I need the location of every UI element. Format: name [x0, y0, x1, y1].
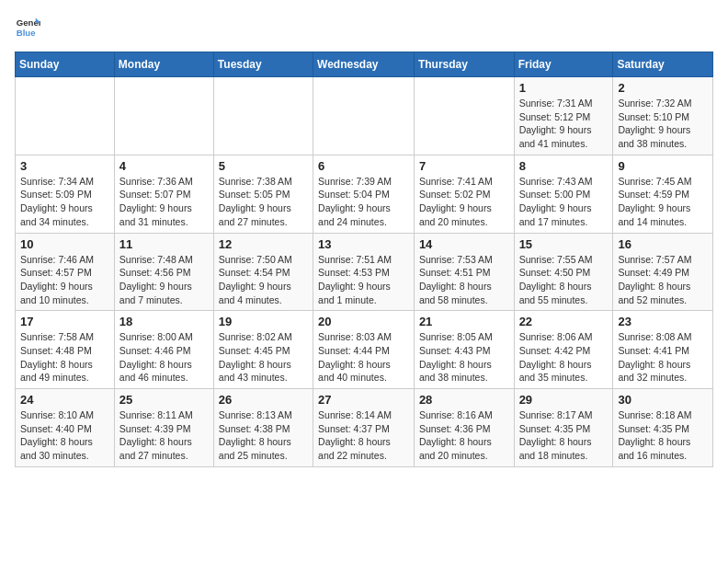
- calendar-cell: 16Sunrise: 7:57 AM Sunset: 4:49 PM Dayli…: [613, 233, 713, 311]
- calendar-cell: [114, 77, 213, 155]
- day-info: Sunrise: 8:11 AM Sunset: 4:39 PM Dayligh…: [119, 408, 209, 463]
- day-number: 17: [20, 315, 109, 328]
- day-info: Sunrise: 8:10 AM Sunset: 4:40 PM Dayligh…: [20, 408, 109, 463]
- day-info: Sunrise: 7:32 AM Sunset: 5:10 PM Dayligh…: [618, 97, 708, 151]
- day-number: 28: [419, 393, 509, 407]
- day-header-monday: Monday: [114, 52, 213, 77]
- day-info: Sunrise: 8:18 AM Sunset: 4:35 PM Dayligh…: [618, 408, 708, 463]
- calendar-cell: 22Sunrise: 8:06 AM Sunset: 4:42 PM Dayli…: [514, 311, 613, 389]
- day-header-sunday: Sunday: [16, 52, 115, 77]
- day-info: Sunrise: 7:51 AM Sunset: 4:53 PM Dayligh…: [318, 253, 409, 307]
- day-number: 27: [318, 393, 409, 407]
- day-info: Sunrise: 7:57 AM Sunset: 4:49 PM Dayligh…: [618, 253, 708, 307]
- day-number: 4: [119, 159, 209, 173]
- day-number: 2: [618, 81, 708, 95]
- calendar-cell: 11Sunrise: 7:48 AM Sunset: 4:56 PM Dayli…: [114, 233, 213, 311]
- calendar-cell: [213, 77, 313, 155]
- day-info: Sunrise: 8:06 AM Sunset: 4:42 PM Dayligh…: [519, 330, 609, 385]
- calendar-cell: 14Sunrise: 7:53 AM Sunset: 4:51 PM Dayli…: [414, 233, 514, 311]
- day-info: Sunrise: 8:16 AM Sunset: 4:36 PM Dayligh…: [419, 408, 509, 463]
- calendar-cell: 25Sunrise: 8:11 AM Sunset: 4:39 PM Dayli…: [114, 389, 213, 467]
- page-header: General Blue: [15, 15, 713, 40]
- day-number: 29: [519, 393, 609, 407]
- calendar-header-row: SundayMondayTuesdayWednesdayThursdayFrid…: [16, 52, 713, 77]
- day-header-wednesday: Wednesday: [313, 52, 415, 77]
- calendar-cell: 23Sunrise: 8:08 AM Sunset: 4:41 PM Dayli…: [613, 311, 713, 389]
- calendar-cell: [16, 77, 115, 155]
- day-info: Sunrise: 7:39 AM Sunset: 5:04 PM Dayligh…: [318, 175, 409, 229]
- day-number: 16: [618, 237, 708, 251]
- calendar-cell: 6Sunrise: 7:39 AM Sunset: 5:04 PM Daylig…: [313, 155, 415, 233]
- calendar-cell: 29Sunrise: 8:17 AM Sunset: 4:35 PM Dayli…: [514, 389, 613, 467]
- day-info: Sunrise: 7:36 AM Sunset: 5:07 PM Dayligh…: [119, 175, 209, 229]
- day-number: 20: [318, 315, 409, 328]
- day-number: 21: [419, 315, 509, 328]
- day-number: 13: [318, 237, 409, 251]
- day-number: 7: [419, 159, 509, 173]
- day-number: 11: [119, 237, 209, 251]
- day-info: Sunrise: 7:41 AM Sunset: 5:02 PM Dayligh…: [419, 175, 509, 229]
- day-number: 25: [119, 393, 209, 407]
- day-number: 8: [519, 159, 609, 173]
- day-info: Sunrise: 7:43 AM Sunset: 5:00 PM Dayligh…: [519, 175, 609, 229]
- calendar-cell: 4Sunrise: 7:36 AM Sunset: 5:07 PM Daylig…: [114, 155, 213, 233]
- day-info: Sunrise: 7:45 AM Sunset: 4:59 PM Dayligh…: [618, 175, 708, 229]
- day-info: Sunrise: 8:02 AM Sunset: 4:45 PM Dayligh…: [219, 330, 308, 385]
- day-info: Sunrise: 7:58 AM Sunset: 4:48 PM Dayligh…: [20, 330, 109, 385]
- calendar-cell: 15Sunrise: 7:55 AM Sunset: 4:50 PM Dayli…: [514, 233, 613, 311]
- day-number: 19: [219, 315, 308, 328]
- day-number: 26: [219, 393, 308, 407]
- calendar-cell: 13Sunrise: 7:51 AM Sunset: 4:53 PM Dayli…: [313, 233, 415, 311]
- day-number: 23: [618, 315, 708, 328]
- calendar-cell: 2Sunrise: 7:32 AM Sunset: 5:10 PM Daylig…: [613, 77, 713, 155]
- calendar-cell: 19Sunrise: 8:02 AM Sunset: 4:45 PM Dayli…: [213, 311, 313, 389]
- day-number: 12: [219, 237, 308, 251]
- calendar-cell: 30Sunrise: 8:18 AM Sunset: 4:35 PM Dayli…: [613, 389, 713, 467]
- day-info: Sunrise: 8:05 AM Sunset: 4:43 PM Dayligh…: [419, 330, 509, 385]
- day-info: Sunrise: 8:03 AM Sunset: 4:44 PM Dayligh…: [318, 330, 409, 385]
- day-info: Sunrise: 8:17 AM Sunset: 4:35 PM Dayligh…: [519, 408, 609, 463]
- logo: General Blue: [15, 15, 40, 40]
- day-info: Sunrise: 7:31 AM Sunset: 5:12 PM Dayligh…: [519, 97, 609, 151]
- day-info: Sunrise: 7:53 AM Sunset: 4:51 PM Dayligh…: [419, 253, 509, 307]
- day-header-friday: Friday: [514, 52, 613, 77]
- calendar-cell: 7Sunrise: 7:41 AM Sunset: 5:02 PM Daylig…: [414, 155, 514, 233]
- day-info: Sunrise: 7:48 AM Sunset: 4:56 PM Dayligh…: [119, 253, 209, 307]
- day-number: 14: [419, 237, 509, 251]
- day-info: Sunrise: 7:55 AM Sunset: 4:50 PM Dayligh…: [519, 253, 609, 307]
- calendar-cell: 18Sunrise: 8:00 AM Sunset: 4:46 PM Dayli…: [114, 311, 213, 389]
- day-info: Sunrise: 8:08 AM Sunset: 4:41 PM Dayligh…: [618, 330, 708, 385]
- calendar-table: SundayMondayTuesdayWednesdayThursdayFrid…: [15, 52, 713, 467]
- day-info: Sunrise: 7:34 AM Sunset: 5:09 PM Dayligh…: [20, 175, 109, 229]
- day-number: 3: [20, 159, 109, 173]
- day-number: 18: [119, 315, 209, 328]
- calendar-cell: 8Sunrise: 7:43 AM Sunset: 5:00 PM Daylig…: [514, 155, 613, 233]
- day-number: 1: [519, 81, 609, 95]
- calendar-week-2: 3Sunrise: 7:34 AM Sunset: 5:09 PM Daylig…: [16, 155, 713, 233]
- calendar-cell: [313, 77, 415, 155]
- day-number: 9: [618, 159, 708, 173]
- calendar-week-5: 24Sunrise: 8:10 AM Sunset: 4:40 PM Dayli…: [16, 389, 713, 467]
- calendar-cell: 17Sunrise: 7:58 AM Sunset: 4:48 PM Dayli…: [16, 311, 115, 389]
- day-info: Sunrise: 8:00 AM Sunset: 4:46 PM Dayligh…: [119, 330, 209, 385]
- calendar-cell: 9Sunrise: 7:45 AM Sunset: 4:59 PM Daylig…: [613, 155, 713, 233]
- calendar-cell: 20Sunrise: 8:03 AM Sunset: 4:44 PM Dayli…: [313, 311, 415, 389]
- calendar-week-3: 10Sunrise: 7:46 AM Sunset: 4:57 PM Dayli…: [16, 233, 713, 311]
- calendar-cell: 10Sunrise: 7:46 AM Sunset: 4:57 PM Dayli…: [16, 233, 115, 311]
- day-header-tuesday: Tuesday: [213, 52, 313, 77]
- logo-icon: General Blue: [15, 15, 40, 40]
- day-number: 5: [219, 159, 308, 173]
- calendar-cell: 3Sunrise: 7:34 AM Sunset: 5:09 PM Daylig…: [16, 155, 115, 233]
- day-number: 15: [519, 237, 609, 251]
- calendar-cell: 27Sunrise: 8:14 AM Sunset: 4:37 PM Dayli…: [313, 389, 415, 467]
- calendar-cell: 28Sunrise: 8:16 AM Sunset: 4:36 PM Dayli…: [414, 389, 514, 467]
- day-number: 30: [618, 393, 708, 407]
- svg-text:Blue: Blue: [17, 28, 36, 38]
- calendar-cell: 12Sunrise: 7:50 AM Sunset: 4:54 PM Dayli…: [213, 233, 313, 311]
- calendar-cell: 24Sunrise: 8:10 AM Sunset: 4:40 PM Dayli…: [16, 389, 115, 467]
- day-info: Sunrise: 7:38 AM Sunset: 5:05 PM Dayligh…: [219, 175, 308, 229]
- day-info: Sunrise: 7:46 AM Sunset: 4:57 PM Dayligh…: [20, 253, 109, 307]
- day-header-saturday: Saturday: [613, 52, 713, 77]
- day-number: 22: [519, 315, 609, 328]
- day-number: 24: [20, 393, 109, 407]
